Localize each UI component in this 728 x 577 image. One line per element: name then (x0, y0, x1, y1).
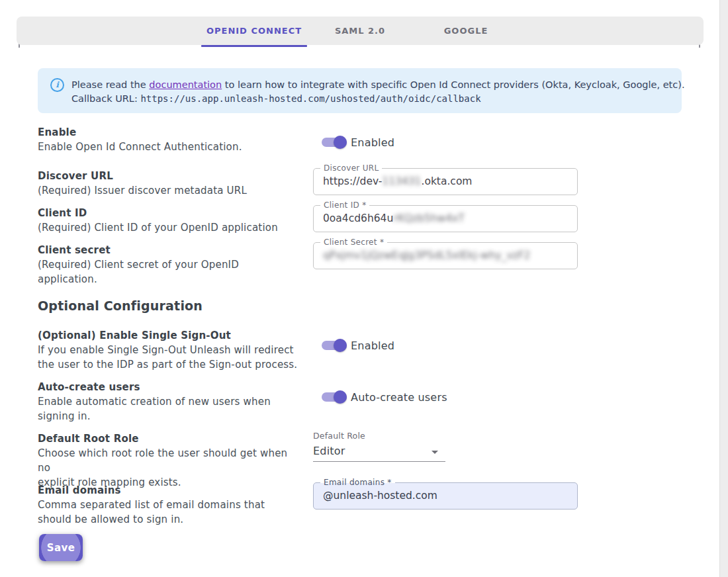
single-sign-out-description: If you enable Single Sign-Out Unleash wi… (38, 343, 302, 372)
default-role-select-label: Default Role (313, 431, 365, 441)
auto-create-toggle[interactable] (322, 390, 347, 404)
discover-url-input[interactable]: Discover URL https://dev-113431.okta.com (313, 168, 578, 195)
auto-create-heading: Auto-create users (38, 380, 302, 394)
callback-url-label: Callback URL: (71, 93, 140, 104)
client-id-input[interactable]: Client ID * 0oa4cd6h64urKQzb5hw4xT (313, 205, 578, 232)
single-sign-out-toggle[interactable] (322, 339, 347, 352)
auto-create-description: Enable automatic creation of new users w… (38, 394, 302, 423)
email-domains-heading: Email domains (38, 483, 302, 498)
tab-google[interactable]: GOOGLE (413, 17, 519, 45)
tab-openid-connect[interactable]: OPENID CONNECT (201, 17, 307, 45)
banner-text-line2: Callback URL: https://us.app.unleash-hos… (71, 93, 481, 104)
client-id-value-redacted: rKQzb5hw4xT (393, 212, 465, 224)
enable-toggle[interactable] (322, 136, 347, 149)
optional-configuration-heading: Optional Configuration (38, 298, 203, 313)
banner-intro-suffix: to learn how to integrate with specific … (222, 79, 684, 90)
default-role-select-underline (313, 461, 445, 462)
save-button[interactable]: Save (39, 534, 83, 561)
discover-url-description: (Required) Issuer discover metadata URL (38, 183, 302, 198)
enable-heading: Enable (38, 125, 302, 140)
client-secret-value-redacted: qPxjmv1jQzwEqJg3PSdL5xIEkj-why_vzF2 (323, 249, 530, 261)
single-sign-out-heading: (Optional) Enable Single Sign-Out (38, 328, 302, 343)
default-root-role-heading: Default Root Role (38, 431, 302, 446)
callback-url-value: https://us.app.unleash-hosted.com/ushost… (140, 93, 480, 104)
auto-create-toggle-thumb (334, 390, 347, 404)
client-secret-description: (Required) Client secret of your OpenID … (38, 257, 302, 287)
email-domains-input[interactable]: Email domains * @unleash-hosted.com (313, 482, 578, 510)
single-sign-out-toggle-thumb (334, 339, 347, 352)
email-domains-value: @unleash-hosted.com (323, 490, 437, 502)
tab-saml-2-0[interactable]: SAML 2.0 (307, 17, 413, 45)
info-icon: i (50, 78, 64, 92)
client-id-heading: Client ID (38, 206, 302, 220)
single-sign-out-toggle-label: Enabled (351, 339, 394, 352)
default-role-select[interactable]: Editor (313, 445, 345, 457)
client-id-value-prefix: 0oa4cd6h64u (323, 212, 393, 224)
enable-toggle-thumb (334, 136, 347, 149)
sso-provider-tabbar: OPENID CONNECT SAML 2.0 GOOGLE (17, 17, 704, 45)
discover-url-input-label: Discover URL (320, 163, 382, 173)
client-secret-input-label: Client Secret * (320, 237, 387, 247)
chevron-down-icon[interactable] (432, 451, 438, 454)
client-id-input-label: Client ID * (320, 200, 369, 210)
info-banner: i Please read the documentation to learn… (38, 68, 682, 113)
client-secret-input[interactable]: Client Secret * qPxjmv1jQzwEqJg3PSdL5xIE… (313, 242, 578, 269)
enable-toggle-label: Enabled (351, 136, 394, 149)
auto-create-toggle-label: Auto-create users (351, 391, 447, 404)
documentation-link[interactable]: documentation (149, 79, 222, 90)
banner-text-line1: Please read the documentation to learn h… (71, 79, 685, 90)
active-tab-indicator (201, 45, 307, 47)
email-domains-input-label: Email domains * (320, 477, 395, 488)
discover-url-heading: Discover URL (38, 169, 302, 183)
discover-url-value-prefix: https://dev- (323, 175, 382, 187)
discover-url-value-suffix: .okta.com (421, 175, 472, 187)
enable-description: Enable Open Id Connect Authentication. (38, 140, 302, 154)
banner-intro-prefix: Please read the (71, 79, 149, 90)
discover-url-value-redacted: 113431 (382, 175, 421, 187)
client-secret-heading: Client secret (38, 243, 302, 257)
client-id-description: (Required) Client ID of your OpenID appl… (38, 220, 302, 235)
email-domains-description: Comma separated list of email domains th… (38, 498, 302, 527)
scrollbar-track[interactable] (719, 0, 728, 577)
